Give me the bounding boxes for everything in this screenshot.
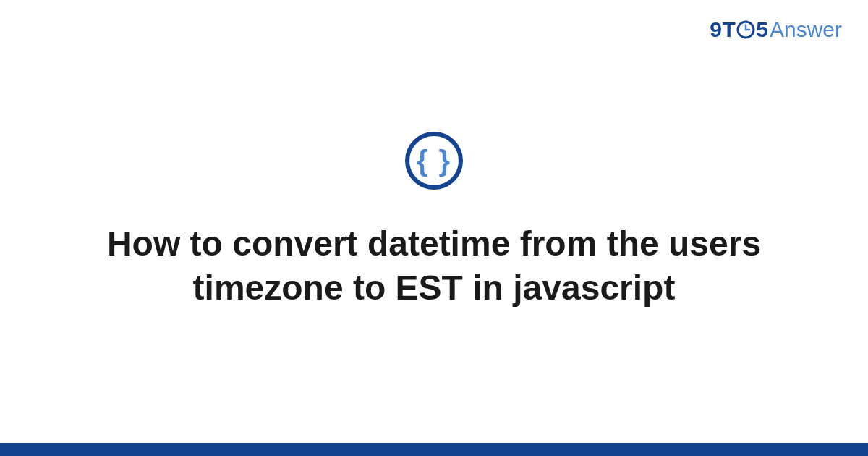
- page-title: How to convert datetime from the users t…: [65, 221, 803, 311]
- topic-icon: { }: [405, 132, 463, 190]
- footer-bar: [0, 443, 868, 456]
- curly-braces-icon: { }: [417, 146, 451, 175]
- main-content: { } How to convert datetime from the use…: [0, 0, 868, 442]
